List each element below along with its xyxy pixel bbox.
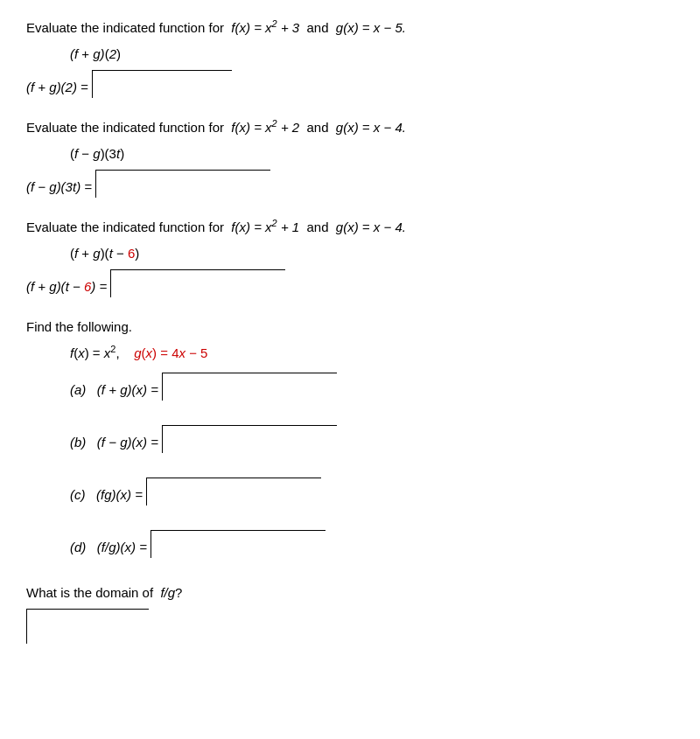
answer-row-3: (f + g)(t − 6) = [26, 269, 674, 297]
answer-input-4a[interactable] [162, 373, 337, 401]
f-def-1: f(x) = x2 + 3 [231, 20, 299, 35]
answer-row-4c: (c) (fg)(x) = [70, 478, 674, 505]
g-def-1: g(x) = x − 5. [336, 20, 406, 35]
answer-input-4d[interactable] [150, 530, 326, 558]
answer-label-4c: (c) (fg)(x) = [70, 485, 143, 505]
domain-answer-row [26, 609, 674, 644]
section-3: Evaluate the indicated function for f(x)… [26, 217, 674, 297]
instruction-2: Evaluate the indicated function for f(x)… [26, 117, 674, 138]
section-1: Evaluate the indicated function for f(x)… [26, 17, 674, 98]
f-g-defs-4: f(x) = x2, g(x) = 4x − 5 [70, 343, 674, 364]
domain-answer-input[interactable] [26, 609, 149, 644]
section-5: What is the domain of f/g? [26, 582, 674, 644]
answer-input-1[interactable] [92, 70, 232, 98]
answer-row-1: (f + g)(2) = [26, 70, 674, 98]
sub-label-3: (f + g)(t − 6) [70, 243, 674, 264]
answer-label-4b: (b) (f − g)(x) = [70, 432, 158, 453]
section-4: Find the following. f(x) = x2, g(x) = 4x… [26, 317, 674, 558]
f-def-3: f(x) = x2 + 1 [231, 220, 299, 234]
instruction-4: Find the following. [26, 317, 674, 338]
answer-row-4a: (a) (f + g)(x) = [70, 373, 674, 401]
instruction-5: What is the domain of f/g? [26, 582, 674, 603]
sub-label-2: (f − g)(3t) [70, 143, 674, 164]
answer-label-1: (f + g)(2) = [26, 77, 88, 98]
answer-label-4d: (d) (f/g)(x) = [70, 537, 147, 558]
g-def-2: g(x) = x − 4. [336, 120, 406, 135]
answer-input-2[interactable] [95, 170, 270, 198]
answer-input-4c[interactable] [146, 478, 321, 505]
answer-row-4d: (d) (f/g)(x) = [70, 530, 674, 558]
f-def-2: f(x) = x2 + 2 [231, 120, 299, 135]
answer-row-4b: (b) (f − g)(x) = [70, 425, 674, 453]
instruction-1: Evaluate the indicated function for f(x)… [26, 17, 674, 38]
answer-label-3: (f + g)(t − 6) = [26, 276, 107, 297]
answer-input-4b[interactable] [162, 425, 337, 453]
answer-label-2: (f − g)(3t) = [26, 177, 92, 198]
section-2: Evaluate the indicated function for f(x)… [26, 117, 674, 198]
g-def-3: g(x) = x − 4. [336, 220, 406, 234]
sub-label-1: (f + g)(2) [70, 44, 674, 65]
answer-row-2: (f − g)(3t) = [26, 170, 674, 198]
answer-input-3[interactable] [110, 269, 285, 297]
instruction-3: Evaluate the indicated function for f(x)… [26, 217, 674, 238]
answer-label-4a: (a) (f + g)(x) = [70, 380, 158, 401]
